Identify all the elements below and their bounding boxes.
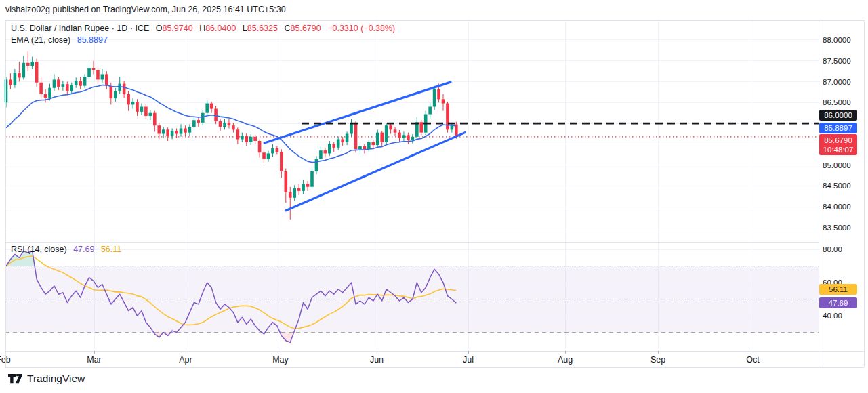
rsi-axis-label: 80.00 (823, 244, 842, 255)
bar-countdown: 10:48:07 (819, 144, 857, 155)
ohlc-close-label: C (284, 24, 290, 33)
month-label-apr: Apr (179, 355, 192, 365)
price-axis-label: 84.5000 (823, 180, 851, 191)
time-axis[interactable]: FebMarAprMayJunJulAugSepOct (0, 351, 819, 367)
ohlc-low-value: 85.6325 (247, 24, 278, 33)
month-label-may: May (272, 355, 289, 365)
rsi-ma-value: 56.11 (101, 245, 121, 254)
ohlc-high-value: 86.0400 (205, 24, 236, 33)
rsi-indicator-label: RSI (14, close) (11, 245, 67, 254)
ohlc-high-label: H (199, 24, 205, 33)
ema-indicator-value: 85.8897 (77, 35, 108, 45)
month-label-feb: Feb (0, 355, 11, 365)
symbol-title: U.S. Dollar / Indian Rupee · 1D · ICE (11, 24, 149, 33)
month-label-mar: Mar (87, 355, 102, 365)
tradingview-published-chart: vishalzo02g published on TradingView.com… (0, 0, 868, 393)
ema-value-badge: 85.8897 (819, 123, 857, 133)
ohlc-close-value: 85.6790 (291, 24, 321, 33)
current-price-badge: 85.679010:48:07 (819, 134, 857, 155)
price-axis-label: 86.5000 (823, 97, 851, 108)
symbol-header-row: U.S. Dollar / Indian Rupee · 1D · ICE O8… (11, 24, 395, 33)
month-label-jun: Jun (370, 355, 384, 365)
month-label-sep: Sep (650, 355, 665, 365)
chart-canvas[interactable] (0, 0, 868, 393)
tradingview-logo-icon (8, 373, 22, 384)
ohlc-low-label: L (243, 24, 247, 33)
rsi-header-row: RSI (14, close) 47.69 56.11 (11, 245, 121, 254)
price-axis-label: 83.5000 (823, 222, 851, 233)
candles-layer (5, 51, 458, 220)
tradingview-logo-text: TradingView (27, 373, 85, 385)
change-value: −0.3310 (−0.38%) (327, 24, 395, 33)
price-axis-label: 87.0000 (823, 77, 851, 87)
ohlc-open-value: 85.9740 (162, 24, 192, 33)
price-level-badge: 86.0000 (819, 110, 857, 121)
rsi-ma-badge: 56.11 (819, 284, 857, 295)
current-price-badge-value: 85.6790 (824, 136, 852, 144)
ema-header-row: EMA (21, close) 85.8897 (11, 35, 108, 45)
ema-indicator-label: EMA (21, close) (11, 35, 70, 45)
tradingview-logo[interactable]: TradingView (8, 373, 85, 385)
rsi-value-badge: 47.69 (819, 297, 857, 308)
trendline-upper[interactable] (264, 82, 451, 143)
price-axis-label: 85.0000 (823, 160, 851, 171)
ohlc-open-label: O (156, 24, 163, 33)
month-label-jul: Jul (463, 355, 474, 365)
rsi-indicator-value: 47.69 (73, 245, 94, 254)
price-axis-label: 87.5000 (823, 56, 851, 66)
price-axis-label: 88.0000 (823, 35, 851, 45)
rsi-axis-label: 40.00 (823, 310, 842, 321)
month-label-oct: Oct (746, 355, 759, 365)
month-label-aug: Aug (558, 355, 573, 365)
price-axis-label: 84.0000 (823, 201, 851, 212)
